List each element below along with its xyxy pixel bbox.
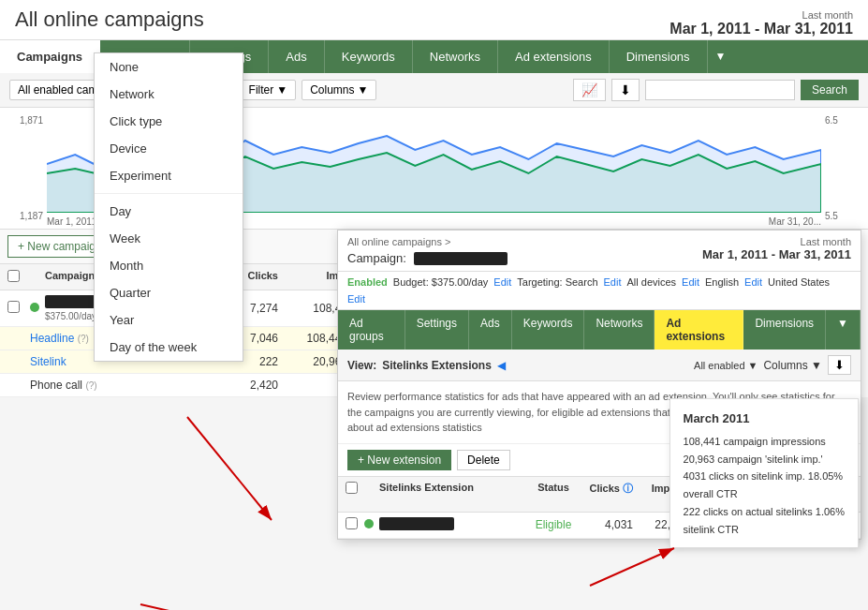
rp-row-clicks: 4,031 bbox=[581, 518, 633, 531]
rp-tab-dimensions[interactable]: Dimensions bbox=[743, 310, 826, 350]
rp-row-check[interactable] bbox=[346, 517, 358, 529]
svg-line-3 bbox=[590, 548, 674, 586]
filter-dropdown-icon: ▼ bbox=[276, 83, 287, 97]
rp-subbar: View: Sitelinks Extensions ◀ All enabled… bbox=[338, 350, 861, 381]
rp-header-name[interactable]: Sitelinks Extension bbox=[379, 482, 525, 507]
rp-view-label: View: bbox=[347, 359, 376, 372]
chart-y-right: 6.5 5.5 bbox=[821, 108, 868, 229]
tab-ad-extensions[interactable]: Ad extensions bbox=[498, 40, 610, 73]
rp-date-range: Mar 1, 2011 - Mar 31, 2011 bbox=[702, 247, 851, 261]
chart-y-top: 1,871 bbox=[4, 115, 43, 126]
rp-breadcrumb: All online campaigns > bbox=[347, 236, 450, 247]
headline-link[interactable]: Headline bbox=[30, 332, 74, 345]
tooltip-line-3: 4031 clicks on sitelink imp. 18.05% bbox=[684, 468, 845, 485]
more-tabs-icon[interactable]: ▼ bbox=[708, 40, 734, 73]
rp-language-edit[interactable]: Edit bbox=[744, 276, 762, 288]
rp-row-status-text: Eligible bbox=[525, 518, 581, 531]
segment-quarter[interactable]: Quarter bbox=[95, 279, 243, 306]
segment-year[interactable]: Year bbox=[95, 306, 243, 334]
rp-date-label: Last month bbox=[702, 236, 851, 247]
columns-label: Columns bbox=[310, 83, 354, 97]
rp-devices-edit[interactable]: Edit bbox=[682, 276, 699, 288]
rp-tab-adgroups[interactable]: Ad groups bbox=[338, 310, 405, 350]
rp-delete-btn[interactable]: Delete bbox=[457, 450, 510, 470]
rp-all-label: All enabled ▼ bbox=[694, 360, 758, 371]
rp-targeting: Targeting: Search bbox=[517, 276, 597, 288]
segment-month[interactable]: Month bbox=[95, 252, 243, 279]
rp-language: English bbox=[705, 276, 739, 288]
download-btn[interactable]: ⬇ bbox=[611, 79, 640, 101]
tooltip-line-1: 108,441 campaign impressions bbox=[684, 433, 845, 451]
rp-targeting-edit[interactable]: Edit bbox=[604, 276, 622, 288]
columns-dropdown-icon: ▼ bbox=[357, 83, 368, 97]
segment-day[interactable]: Day bbox=[95, 198, 243, 225]
tooltip-line-6: sitelink CTR bbox=[684, 521, 845, 539]
tooltip-line-2: 20,963 campaign 'sitelink imp.' bbox=[684, 451, 845, 469]
page-title: All online campaigns bbox=[15, 7, 204, 31]
question-icon: (?) bbox=[78, 334, 89, 344]
filter-btn[interactable]: Filter ▼ bbox=[241, 80, 297, 100]
tooltip-line-4: overall CTR bbox=[684, 485, 845, 503]
date-label: Last month bbox=[802, 9, 853, 21]
tab-dimensions[interactable]: Dimensions bbox=[610, 40, 708, 73]
rp-new-extension-btn[interactable]: + New extension bbox=[347, 450, 451, 470]
svg-line-2 bbox=[140, 604, 346, 610]
rp-columns-btn[interactable]: Columns ▼ bbox=[763, 359, 822, 372]
segment-click-type[interactable]: Click type bbox=[95, 108, 243, 135]
search-btn[interactable]: Search bbox=[801, 80, 859, 100]
rp-header-check[interactable] bbox=[346, 482, 358, 494]
rp-row-name bbox=[379, 517, 454, 530]
rp-download-btn[interactable]: ⬇ bbox=[828, 355, 851, 375]
chart-x-left: Mar 1, 2011 bbox=[47, 216, 96, 227]
chart-y-right-top: 6.5 bbox=[825, 115, 864, 126]
rp-tab-ad-extensions[interactable]: Ad extensions bbox=[655, 310, 743, 350]
rp-campaign-name bbox=[414, 252, 508, 265]
svg-line-1 bbox=[187, 417, 272, 520]
rp-country-edit[interactable]: Edit bbox=[347, 293, 365, 305]
segment-network[interactable]: Network bbox=[95, 81, 243, 108]
columns-btn[interactable]: Columns ▼ bbox=[302, 80, 376, 100]
chart-y-bottom: 1,187 bbox=[4, 211, 43, 221]
rp-row-status-dot bbox=[364, 519, 374, 528]
tab-networks[interactable]: Networks bbox=[413, 40, 498, 73]
row-status-dot bbox=[30, 302, 45, 315]
chart-icon-btn[interactable]: 📈 bbox=[573, 79, 606, 101]
chart-x-right: Mar 31, 20... bbox=[769, 216, 821, 227]
rp-view-arrow[interactable]: ◀ bbox=[497, 359, 506, 372]
search-input[interactable] bbox=[645, 80, 795, 100]
row-check[interactable] bbox=[7, 301, 30, 316]
tab-campaigns[interactable]: Campaigns bbox=[0, 40, 100, 73]
question-icon-phone: (?) bbox=[85, 380, 96, 391]
rp-tab-ads[interactable]: Ads bbox=[469, 310, 512, 350]
tab-keywords[interactable]: Keywords bbox=[325, 40, 413, 73]
rp-header-status[interactable]: Status bbox=[525, 482, 581, 507]
header-status bbox=[30, 270, 45, 284]
sitelink-link[interactable]: Sitelink bbox=[30, 355, 66, 368]
tooltip-line-5: 222 clicks on actual sitelinks 1.06% bbox=[684, 503, 845, 521]
rp-view-value: Sitelinks Extensions bbox=[382, 359, 492, 372]
chart-y-left: 1,871 1,187 bbox=[0, 108, 47, 229]
segment-experiment[interactable]: Experiment bbox=[95, 162, 243, 189]
rp-budget-edit[interactable]: Edit bbox=[493, 276, 511, 288]
tooltip-title: March 2011 bbox=[684, 409, 845, 429]
filter-btn-label: Filter bbox=[249, 83, 274, 97]
rp-header-dot bbox=[364, 482, 379, 507]
rp-tab-settings[interactable]: Settings bbox=[405, 310, 469, 350]
rp-country: United States bbox=[768, 276, 830, 288]
tooltip-box: March 2011 108,441 campaign impressions … bbox=[669, 398, 859, 548]
sub-row-phone-label: Phone call (?) bbox=[30, 379, 221, 392]
rp-tab-keywords[interactable]: Keywords bbox=[512, 310, 585, 350]
date-info: Last month Mar 1, 2011 - Mar 31, 2011 bbox=[669, 9, 853, 37]
rp-header-clicks[interactable]: Clicks ⓘ bbox=[581, 482, 633, 507]
segment-none[interactable]: None bbox=[95, 53, 243, 81]
rp-budget: Budget: $375.00/day bbox=[393, 276, 489, 288]
rp-nav-more[interactable]: ▼ bbox=[826, 310, 861, 350]
tab-ads[interactable]: Ads bbox=[269, 40, 324, 73]
date-range: Mar 1, 2011 - Mar 31, 2011 bbox=[669, 21, 853, 37]
header-check[interactable] bbox=[7, 270, 30, 284]
rp-tab-networks[interactable]: Networks bbox=[584, 310, 655, 350]
segment-week[interactable]: Week bbox=[95, 225, 243, 252]
segment-day-of-week[interactable]: Day of the week bbox=[95, 334, 243, 361]
chart-y-right-bottom: 5.5 bbox=[825, 211, 864, 221]
segment-device[interactable]: Device bbox=[95, 135, 243, 162]
